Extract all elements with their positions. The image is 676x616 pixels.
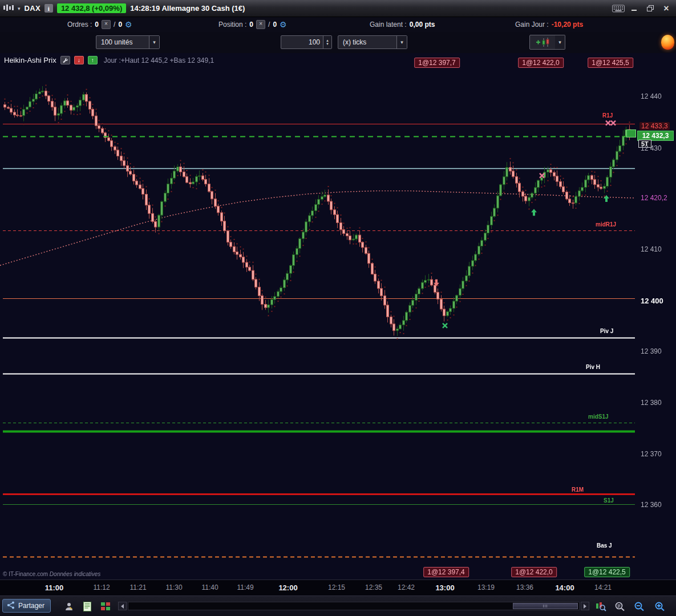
time-axis-label: 13:19: [477, 583, 495, 591]
instrument-dropdown-caret[interactable]: ▾: [18, 6, 21, 11]
minimize-button[interactable]: [628, 3, 641, 14]
position-count: 0: [249, 21, 253, 29]
axis-price-label: 12 360: [641, 501, 662, 509]
position-status: Position : 0 × / 0 ⚙: [218, 17, 287, 32]
order-tag[interactable]: 1@12 397,7: [414, 58, 460, 68]
market-grid-icon[interactable]: [98, 600, 113, 613]
time-axis-label: 11:00: [45, 583, 64, 592]
order-tag[interactable]: 1@12 422,0: [518, 58, 564, 68]
orders-status: Ordres : 0 × / 0 ⚙: [67, 17, 132, 32]
share-icon: [7, 601, 15, 611]
ticks-count-value: 100: [281, 38, 323, 46]
gain-latent-label: Gain latent :: [370, 21, 407, 29]
orders-slash: /: [114, 21, 115, 29]
axis-price-label: 12 390: [641, 347, 662, 355]
share-button-label: Partager: [18, 602, 44, 610]
orders-label: Ordres :: [67, 21, 92, 29]
gain-latent: Gain latent : 0,00 pts: [370, 17, 435, 32]
trading-platform-window: ▾ DAX i 12 432,8 (+0,09%) 14:28:19 Allem…: [0, 0, 676, 616]
level-label-r1j: R1J: [602, 112, 613, 119]
scroll-left-button[interactable]: [118, 602, 127, 610]
time-axis-label: 14:21: [594, 583, 612, 591]
time-axis-label: 11:49: [237, 583, 253, 591]
buy-shortcut-icon[interactable]: ↑: [88, 56, 98, 64]
zoom-out-icon[interactable]: [632, 600, 647, 613]
level-label-piv-h: Piv H: [586, 364, 600, 370]
chart-style-dropdown-caret[interactable]: ▾: [555, 35, 565, 50]
axis-price-label: 12 433,3: [639, 122, 670, 130]
share-button[interactable]: Partager: [2, 599, 51, 613]
price-axis[interactable]: 12 44012 433,312 432,35T12 43012 420,212…: [637, 53, 676, 579]
chart-header: Heikin-Ashi Prix ↓ ↑ Jour :+Haut 12 445,…: [4, 56, 214, 64]
gain-jour-label: Gain Jour :: [515, 21, 549, 29]
gain-latent-value: 0,00 pts: [410, 21, 435, 29]
orders-settings-icon[interactable]: ⚙: [125, 21, 132, 29]
zoom-in-icon[interactable]: [653, 600, 667, 613]
time-axis-label: 13:00: [435, 583, 454, 592]
zoom-select-icon[interactable]: [613, 600, 628, 613]
indicator-settings-icon[interactable]: [60, 56, 70, 64]
order-tag[interactable]: 1@12 422,0: [511, 567, 557, 577]
session-info: 14:28:19 Allemagne 30 Cash (1€): [130, 4, 245, 13]
ticks-unit-value: (x) ticks: [338, 38, 396, 46]
copyright-note: © IT-Finance.com Données indicatives: [3, 571, 100, 577]
info-icon[interactable]: i: [44, 4, 53, 13]
scroll-right-button[interactable]: [581, 602, 589, 610]
position-close-icon[interactable]: ×: [256, 20, 265, 29]
time-axis-label: 12:15: [328, 583, 345, 591]
indicator-title: Heikin-Ashi Prix: [4, 56, 56, 64]
level-label-midr1j: midR1J: [596, 221, 616, 228]
ticks-unit-dropdown[interactable]: (x) ticks ▾: [338, 35, 407, 49]
gain-jour: Gain Jour : -10,20 pts: [515, 17, 583, 32]
chart-scrollbar[interactable]: [128, 602, 580, 610]
time-axis-label: 12:42: [398, 583, 415, 591]
orders-count: 0: [95, 21, 99, 29]
level-label-r1m: R1M: [572, 487, 584, 493]
ticks-unit-caret[interactable]: ▾: [396, 36, 407, 48]
orders-cancel-icon[interactable]: ×: [102, 20, 111, 29]
sell-shortcut-icon[interactable]: ↓: [74, 56, 84, 64]
price-change-badge: 12 432,8 (+0,09%): [57, 3, 126, 13]
position-settings-icon[interactable]: ⚙: [280, 21, 287, 29]
ticks-count-stepper[interactable]: ▴▾: [323, 36, 331, 48]
axis-price-label: 12 400: [641, 297, 663, 305]
chart-style-button[interactable]: [529, 35, 556, 50]
order-tag[interactable]: 1@12 422,5: [584, 567, 630, 577]
orders-pending-count: 0: [118, 21, 122, 29]
units-dropdown[interactable]: 100 unités ▾: [96, 35, 160, 49]
time-axis-label: 14:00: [555, 583, 574, 592]
level-label-bas-j: Bas J: [597, 542, 612, 549]
time-axis-label: 11:21: [129, 583, 146, 591]
chart-scrollbar-thumb[interactable]: [513, 603, 578, 609]
order-tag[interactable]: 1@12 425,5: [588, 58, 633, 68]
keyboard-icon[interactable]: [612, 3, 625, 14]
position-pending-count: 0: [273, 21, 277, 29]
units-dropdown-value: 100 unités: [96, 38, 149, 46]
axis-price-label: 12 410: [641, 245, 662, 253]
maximize-button[interactable]: [644, 3, 657, 14]
order-tag[interactable]: 1@12 397,4: [423, 567, 469, 577]
chart-app-icon[interactable]: [3, 3, 14, 14]
flame-icon[interactable]: [661, 35, 674, 50]
axis-price-label: 12 430: [641, 144, 662, 152]
time-axis-label: 12:35: [365, 583, 382, 591]
time-axis[interactable]: 11:0011:1211:2111:3011:4011:4912:0012:15…: [0, 579, 676, 595]
statusbar: Ordres : 0 × / 0 ⚙ Position : 0 × / 0 ⚙ …: [0, 17, 676, 33]
ticks-count-input[interactable]: 100 ▴▾: [281, 35, 332, 49]
account-user-icon[interactable]: [62, 600, 76, 613]
position-label: Position :: [218, 21, 246, 29]
chart-area: R1JmidR1JPiv JPiv HmidS1JR1MS1JBas J1@12…: [0, 53, 676, 579]
time-axis-label: 11:30: [165, 583, 182, 591]
axis-price-label: 12 420,2: [641, 194, 667, 202]
news-document-icon[interactable]: [80, 600, 95, 613]
units-dropdown-caret[interactable]: ▾: [149, 36, 159, 48]
axis-price-label: 12 440: [641, 92, 662, 100]
zoom-candles-icon[interactable]: [593, 600, 608, 613]
time-axis-label: 13:36: [516, 583, 533, 591]
time-axis-label: 12:00: [278, 583, 297, 592]
time-axis-label: 11:40: [201, 583, 218, 591]
level-label-s1j: S1J: [604, 497, 614, 504]
close-button[interactable]: ×: [660, 3, 673, 14]
titlebar: ▾ DAX i 12 432,8 (+0,09%) 14:28:19 Allem…: [0, 0, 676, 17]
axis-price-label: 12 370: [641, 450, 662, 458]
